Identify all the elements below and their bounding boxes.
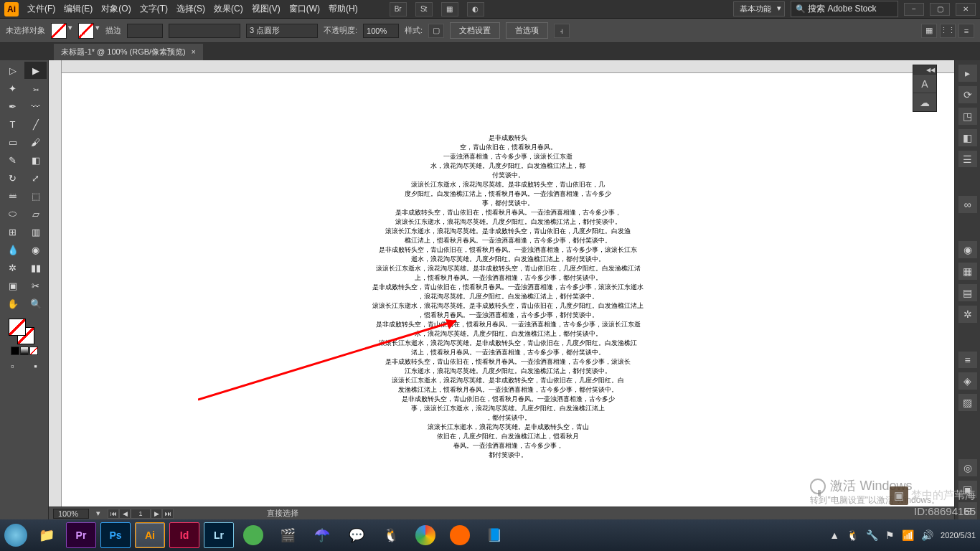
eyedropper-tool[interactable]: 💧 [1,241,24,258]
preferences-button[interactable]: 首选项 [506,22,548,39]
search-input[interactable]: 🔍 搜索 Adobe Stock [791,1,898,17]
menu-type[interactable]: 文字(T) [140,3,168,15]
magic-wand-tool[interactable]: ✦ [1,80,24,97]
slice-tool[interactable]: ✂ [24,277,47,294]
color-mode-icon[interactable] [11,347,19,355]
taskbar-photoshop-icon[interactable]: Ps [100,522,131,548]
taskbar-illustrator-icon[interactable]: Ai [135,522,165,548]
hand-tool[interactable]: ✋ [1,295,24,312]
brush-tool[interactable]: 🖌 [24,133,47,151]
direct-selection-tool[interactable]: ▶ [24,62,47,79]
tray-network-icon[interactable]: 📶 [902,529,914,541]
transparency-panel-icon[interactable]: ▨ [958,394,977,411]
area-type-object[interactable]: 是非成败转头空，青山依旧在，惯看秋月春风。一壶浊酒喜相逢，古今多少事，滚滚长江东… [336,133,680,460]
zoom-value[interactable]: 100% [53,509,89,519]
tray-flag-icon[interactable]: ⚑ [885,529,895,541]
menu-object[interactable]: 对象(O) [101,3,131,15]
width-tool[interactable]: ⩸ [1,187,24,204]
gradient-panel-icon[interactable]: ◈ [958,372,977,390]
system-tray[interactable]: ▲ 🐧 🔧 ⚑ 📶 🔊 2020/5/31 [829,529,976,541]
menu-help[interactable]: 帮助(H) [329,3,358,15]
menu-icon[interactable]: ≡ [958,24,974,38]
menu-view[interactable]: 视图(V) [252,3,281,15]
stock-icon[interactable]: St [415,2,433,17]
properties-panel-icon[interactable]: ▸ [958,65,977,82]
view-mode-icon[interactable]: ▦ [921,24,937,38]
gpu-icon[interactable]: ◐ [467,2,484,17]
free-transform-tool[interactable]: ⬚ [24,187,47,204]
shape-builder-tool[interactable]: ⬭ [1,205,24,222]
mesh-tool[interactable]: ⊞ [1,223,24,240]
taskbar-app-green[interactable] [238,522,268,548]
panel-toggle-icon[interactable]: ⋮⋮ [940,24,956,38]
float-cloud-icon[interactable]: ☁ [913,93,936,111]
screen-mode-full[interactable]: ▪ [24,357,47,375]
window-maximize[interactable]: ▢ [930,3,950,16]
gradient-mode-icon[interactable] [20,347,29,355]
align-icon[interactable]: ⫞ [554,24,570,38]
float-character-icon[interactable]: A [913,74,936,93]
color-panel-icon[interactable]: ◉ [958,241,977,258]
tray-arrow-icon[interactable]: ▲ [829,529,839,541]
fill-swatch[interactable] [51,23,67,39]
stroke-profile[interactable] [246,24,318,38]
rotate-tool[interactable]: ↻ [1,169,24,187]
tray-date[interactable]: 2020/5/31 [941,531,976,540]
artboard-navigation[interactable]: ⏮◀1▶⏭ [108,509,174,519]
pen-tool[interactable]: ✒ [1,98,24,115]
line-tool[interactable]: ╱ [24,116,47,133]
workspace-selector[interactable]: 基本功能 [733,1,785,17]
close-tab-icon[interactable]: × [192,48,196,56]
tray-tool-icon[interactable]: 🔧 [866,529,878,541]
stroke-weight[interactable] [127,24,163,38]
layers-panel-icon[interactable]: ◳ [958,108,977,125]
eraser-tool[interactable]: ◧ [24,151,47,169]
window-minimize[interactable]: − [904,3,924,16]
canvas-area[interactable]: 是非成败转头空，青山依旧在，惯看秋月春风。一壶浊酒喜相逢，古今多少事，滚滚长江东… [49,60,954,519]
type-tool[interactable]: T [1,116,24,133]
style-select[interactable]: ▢ [428,24,444,38]
document-setup-button[interactable]: 文档设置 [450,22,500,39]
selection-tool[interactable]: ▷ [1,62,24,79]
window-close[interactable]: ✕ [956,3,976,16]
menu-file[interactable]: 文件(F) [27,3,55,15]
opacity-input[interactable] [363,24,399,38]
taskbar-chrome-icon[interactable] [410,522,440,548]
collapse-icon[interactable]: ◀◀ [926,67,935,73]
swatches-panel-icon[interactable]: ▦ [958,263,977,280]
bridge-icon[interactable]: Br [390,2,407,17]
ruler-horizontal[interactable] [62,60,954,73]
taskbar-app-chat[interactable]: 💬 [341,522,372,548]
floating-mini-panel[interactable]: ◀◀ A ☁ [913,65,937,112]
taskbar-indesign-icon[interactable]: Id [169,522,199,548]
taskbar-app-qq[interactable]: 🐧 [376,522,406,548]
lasso-tool[interactable]: ⟕ [24,80,47,97]
symbols-panel-icon[interactable]: ✲ [958,306,977,323]
stroke-panel-icon[interactable]: ≡ [958,352,977,369]
menu-edit[interactable]: 编辑(E) [64,3,93,15]
symbol-tool[interactable]: ✲ [1,259,24,276]
tray-qq-icon[interactable]: 🐧 [847,529,859,541]
rectangle-tool[interactable]: ▭ [1,133,24,151]
curvature-tool[interactable]: 〰 [24,98,47,115]
taskbar-premiere-icon[interactable]: Pr [66,522,96,548]
artboards-panel-icon[interactable]: ◧ [958,129,977,146]
zoom-tool[interactable]: 🔍 [24,295,47,312]
taskbar-browser-icon[interactable] [4,524,27,547]
brushes-panel-icon[interactable]: ▤ [958,284,977,301]
stroke-swatch[interactable] [78,23,94,39]
tray-volume-icon[interactable]: 🔊 [921,529,933,541]
shaper-tool[interactable]: ✎ [1,151,24,169]
graph-tool[interactable]: ▮▮ [24,259,47,276]
menu-effect[interactable]: 效果(C) [214,3,243,15]
fill-stroke-swatches[interactable] [1,317,47,344]
none-mode-icon[interactable] [29,347,38,355]
cc-panel-icon[interactable]: ∞ [958,196,977,213]
appearance-panel-icon[interactable]: ◎ [958,459,977,476]
taskbar-app-notes[interactable]: 📘 [479,522,509,548]
perspective-tool[interactable]: ▱ [24,205,47,222]
document-tab[interactable]: 未标题-1* @ 100% (RGB/像素预览) × [54,44,203,60]
artboard[interactable]: 是非成败转头空，青山依旧在，惯看秋月春风。一壶浊酒喜相逢，古今多少事，滚滚长江东… [62,73,954,507]
arrange-icon[interactable]: ▦ [441,2,458,17]
menu-select[interactable]: 选择(S) [176,3,205,15]
